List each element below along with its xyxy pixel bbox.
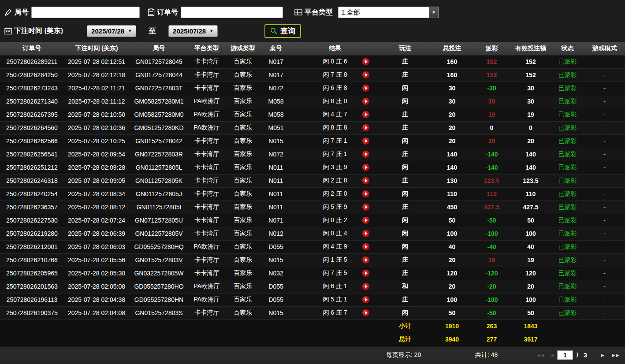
replay-icon[interactable] [362, 151, 369, 158]
result-text: 闲 4 庄 9 [323, 243, 347, 250]
replay-icon[interactable] [362, 230, 369, 237]
cell-order-number: 250728026196113 [0, 293, 64, 306]
cell-game-type: 百家乐 [225, 68, 261, 82]
replay-icon[interactable] [362, 177, 369, 184]
platform-type-select[interactable]: 1.全部 ▼ [338, 7, 439, 18]
cell-platform: 卡卡湾厅 [189, 306, 225, 319]
cell-bet-time: 2025-07-28 02:09:28 [64, 161, 129, 174]
grand-total-label: 总计 [379, 333, 431, 346]
query-button[interactable]: 查询 [264, 24, 301, 38]
cell-platform: 卡卡湾厅 [189, 214, 225, 227]
table-row: 2507280262732432025-07-28 02:11:21GN0722… [0, 82, 625, 95]
grand-total-total-bet: 3940 [431, 333, 473, 346]
cell-result: 闲 1 庄 5 [291, 253, 379, 267]
cell-table-number: N015 [261, 306, 291, 319]
result-text: 闲 6 庄 7 [323, 309, 347, 316]
cell-game-type: 百家乐 [225, 253, 261, 267]
replay-icon[interactable] [362, 283, 369, 290]
cell-payout: -100 [473, 293, 510, 306]
cell-valid-bet: 30 [510, 95, 551, 108]
order-number-input[interactable] [181, 7, 283, 18]
replay-icon[interactable] [362, 58, 369, 65]
cell-payout: 19 [473, 253, 510, 267]
cell-play-type: 庄 [379, 148, 431, 161]
replay-icon[interactable] [362, 296, 369, 303]
date-from-button[interactable]: 2025/07/28 ▼ [87, 25, 136, 37]
replay-icon[interactable] [362, 137, 369, 145]
replay-icon[interactable] [362, 243, 369, 250]
replay-icon[interactable] [362, 270, 369, 277]
cell-table-number: N017 [261, 68, 291, 82]
result-text: 闲 0 庄 2 [323, 216, 347, 223]
cell-bet-time: 2025-07-28 02:09:05 [64, 174, 129, 187]
replay-icon[interactable] [362, 204, 369, 211]
cell-total-bet: 120 [431, 267, 473, 280]
cell-game-mode: - [584, 174, 625, 187]
grand-total-valid-bet: 3617 [510, 333, 551, 346]
cell-bet-time: 2025-07-28 02:12:18 [64, 68, 129, 82]
replay-icon[interactable] [362, 256, 369, 264]
cell-status: 已派彩 [551, 82, 584, 95]
cell-valid-bet: 50 [510, 214, 551, 227]
cell-bet-time: 2025-07-28 02:08:34 [64, 187, 129, 201]
cell-platform: PA欧洲厅 [189, 240, 225, 253]
cell-total-bet: 50 [431, 214, 473, 227]
cell-status: 已派彩 [551, 280, 584, 293]
cell-round-number: GN0112572805I [129, 201, 189, 214]
cell-order-number: 250728026284250 [0, 68, 64, 82]
replay-icon[interactable] [362, 217, 369, 224]
replay-icon[interactable] [362, 111, 369, 118]
result-text: 闲 8 庄 0 [323, 97, 347, 104]
cell-table-number: M051 [261, 121, 291, 134]
replay-icon[interactable] [362, 71, 369, 78]
page-input[interactable] [557, 350, 573, 360]
cell-round-number: GN01525728042 [129, 134, 189, 148]
cell-platform: 卡卡湾厅 [189, 174, 225, 187]
cell-order-number: 250728026205965 [0, 267, 64, 280]
cell-game-mode: - [584, 134, 625, 148]
filter-row-bottom: 下注时间 (美东) 2025/07/28 ▼ 至 2025/07/28 ▼ 查询 [4, 24, 621, 37]
cell-result: 闲 2 庄 8 [291, 174, 379, 187]
replay-icon[interactable] [362, 309, 369, 316]
prev-page-icon[interactable]: ◄ [550, 353, 554, 358]
cell-game-mode: - [584, 187, 625, 201]
replay-icon[interactable] [362, 85, 369, 92]
cell-play-type: 庄 [379, 68, 431, 82]
cell-play-type: 闲 [379, 214, 431, 227]
table-row: 2507280262713402025-07-28 02:11:12GM0582… [0, 95, 625, 108]
cell-platform: 卡卡湾厅 [189, 161, 225, 174]
replay-icon[interactable] [362, 164, 369, 171]
next-page-icon[interactable]: ► [600, 353, 604, 358]
search-icon [270, 27, 278, 35]
cell-total-bet: 50 [431, 306, 473, 319]
cell-total-bet: 20 [431, 253, 473, 267]
replay-icon[interactable] [362, 98, 369, 105]
cell-game-type: 百家乐 [225, 95, 261, 108]
date-to-button[interactable]: 2025/07/28 ▼ [168, 25, 218, 37]
cell-payout: 30 [473, 95, 510, 108]
header-table-number: 桌号 [261, 42, 291, 55]
cell-bet-time: 2025-07-28 02:05:30 [64, 267, 129, 280]
result-text: 闲 7 庄 8 [323, 71, 347, 78]
cell-payout: -140 [473, 148, 510, 161]
cell-game-type: 百家乐 [225, 306, 261, 319]
table-row: 2507280261961132025-07-28 02:04:38GD0552… [0, 293, 625, 306]
cell-payout: 0 [473, 121, 510, 134]
last-page-icon[interactable]: ►► [611, 353, 619, 358]
order-number-icon [148, 8, 155, 16]
cell-status: 已派彩 [551, 267, 584, 280]
first-page-icon[interactable]: ◄◄ [536, 353, 544, 358]
round-number-input[interactable] [31, 7, 140, 18]
cell-total-bet: 450 [431, 201, 473, 214]
cell-order-number: 250728026262566 [0, 134, 64, 148]
cell-total-bet: 100 [431, 227, 473, 240]
date-to-value: 2025/07/28 [173, 27, 206, 35]
replay-icon[interactable] [362, 124, 369, 131]
cell-status: 已派彩 [551, 227, 584, 240]
table-row: 2507280262512122025-07-28 02:09:28GN0112… [0, 161, 625, 174]
cell-total-bet: 140 [431, 148, 473, 161]
cell-table-number: N012 [261, 227, 291, 240]
header-status: 状态 [551, 42, 584, 55]
date-from-value: 2025/07/28 [91, 27, 124, 35]
replay-icon[interactable] [362, 190, 369, 197]
